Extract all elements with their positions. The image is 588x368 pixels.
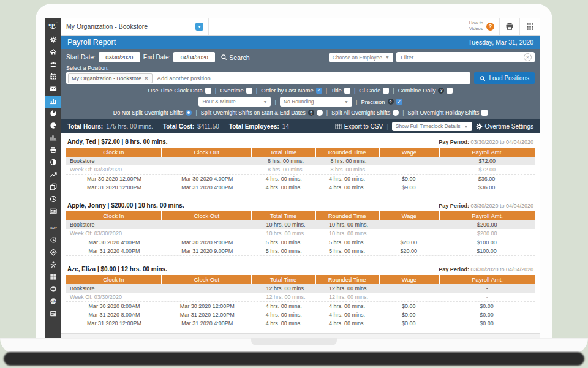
checkbox-checked[interactable]: ✓	[316, 88, 322, 94]
cell: Mar 31 2020 12:00PM	[162, 310, 252, 319]
option-split-all-overnight-shifts[interactable]: Split All Overnight Shifts	[331, 110, 399, 116]
radio-selected[interactable]	[186, 110, 192, 116]
sidebar-item-id-badge[interactable]	[45, 206, 61, 218]
cell: $200.00	[439, 220, 535, 229]
column-header: Payroll Amt.	[440, 275, 535, 284]
divider: |	[393, 87, 394, 94]
checkbox-unchecked[interactable]	[344, 88, 350, 94]
sidebar-item-pie-report-1[interactable]	[45, 108, 61, 120]
sidebar-item-windows[interactable]	[45, 271, 61, 284]
sidebar-item-trends[interactable]	[45, 169, 61, 181]
overtime-settings-button[interactable]: Overtime Settings	[476, 123, 533, 130]
option-combine-daily[interactable]: Combine Daily?	[398, 87, 453, 94]
choose-employee-select[interactable]: Choose an Employee ▼	[329, 53, 393, 62]
add-position-input[interactable]	[156, 74, 469, 82]
option-precision[interactable]: Precision?✓	[361, 99, 402, 105]
pie-chart-2-icon	[50, 121, 57, 132]
sidebar-item-timeclock[interactable]	[45, 235, 61, 247]
option-gl-code[interactable]: Gl Code	[359, 87, 389, 94]
sidebar-item-quickbooks[interactable]: qb	[45, 296, 61, 308]
filter-input[interactable]	[399, 53, 524, 61]
sidebar-item-column-report[interactable]	[45, 132, 61, 145]
help-icon[interactable]: ?	[388, 99, 394, 105]
sidebar-item-calendar[interactable]	[45, 71, 61, 83]
column-header: Rounded Time	[316, 211, 379, 220]
option-overtime[interactable]: Overtime	[220, 87, 252, 94]
organization-selector[interactable]: My Organization - Bookstore ▾	[61, 18, 209, 35]
help-icon[interactable]: ?	[308, 110, 314, 116]
option-split-overnight-holiday-shifts[interactable]: Split Overnight Holiday Shifts	[408, 110, 488, 116]
svg-text:™: ™	[56, 22, 58, 24]
start-date-input[interactable]	[99, 52, 140, 62]
select-value: Hour & Minute	[202, 99, 235, 105]
sidebar-item-circle-dash-integration[interactable]	[45, 284, 61, 296]
timeclock-details-select[interactable]: Show Full Timeclock Details ▼	[392, 122, 472, 131]
option-do-not-split-overnight-shifts[interactable]: Do Not Split Overnight Shifts	[113, 110, 192, 116]
option-order-by-last-name[interactable]: Order by Last Name✓	[261, 87, 322, 94]
sidebar-item-kiosk[interactable]	[45, 308, 61, 320]
radio-unselected[interactable]	[393, 110, 399, 116]
checkbox-unchecked[interactable]	[246, 88, 252, 94]
option-use-time-clock-data[interactable]: Use Time Clock Data	[148, 87, 211, 94]
help-icon[interactable]: ?	[486, 23, 494, 31]
cell: 10 hrs. 00 mins.	[254, 220, 317, 229]
cell	[380, 223, 439, 226]
sidebar-item-adp[interactable]: ADP	[45, 222, 61, 235]
cell: 10 hrs. 00 mins.	[317, 220, 380, 229]
how-to-videos-button[interactable]: How toVideos ?	[464, 18, 499, 35]
sidebar-item-settings[interactable]	[45, 34, 61, 47]
sidebar-item-diamond-integration[interactable]	[45, 247, 61, 259]
employee-summary: Andy, Ted | $72.00 | 8 hrs. 00 mins.	[67, 138, 168, 145]
option-title[interactable]: Title	[331, 87, 350, 94]
checkbox-unchecked[interactable]	[383, 88, 389, 94]
bar-chart-icon	[50, 96, 57, 107]
sidebar-item-person-integration[interactable]	[45, 259, 61, 271]
sidebar-item-pie-report-2[interactable]	[45, 120, 61, 132]
employee-summary: Apple, Jonny | $200.00 | 10 hrs. 00 mins…	[67, 202, 184, 209]
sidebar-item-employees[interactable]	[45, 59, 61, 71]
chevron-down-icon: ▼	[344, 100, 349, 104]
sidebar-item-messages[interactable]	[45, 83, 61, 96]
page-header: Payroll Report Tuesday, Mar 31, 2020	[61, 36, 540, 49]
radio-unselected[interactable]	[317, 110, 323, 116]
option-label: Split Overnight Holiday Shifts	[408, 110, 480, 116]
upunch-logo-icon: up ™	[48, 21, 58, 31]
clear-icon[interactable]: ✕	[524, 53, 532, 61]
chevron-down-icon[interactable]: ▾	[195, 23, 203, 31]
cell	[380, 168, 439, 171]
gear-icon	[476, 123, 483, 130]
option-split-overnight-shifts-on-start-end-dates[interactable]: Split Overnight Shifts on Start & End Da…	[201, 110, 323, 116]
position-input-wrapper: My Organization - Bookstore ✕	[66, 72, 470, 84]
checkbox-unchecked[interactable]	[205, 88, 211, 94]
cell: $0.00	[379, 302, 439, 310]
select-no-rounding[interactable]: No Rounding▼	[280, 97, 352, 107]
sidebar-item-reports[interactable]	[45, 96, 61, 108]
end-date-input[interactable]	[173, 52, 215, 62]
export-csv-button[interactable]: Export to CSV	[335, 123, 383, 130]
checkbox-unchecked[interactable]	[481, 110, 488, 116]
employee-header: Aze, Eliza | $0.00 | 12 hrs. 00 mins.Pay…	[66, 266, 535, 272]
checkbox-checked[interactable]: ✓	[396, 99, 402, 105]
load-positions-button[interactable]: Load Positions	[474, 72, 535, 84]
cell: $0.00	[379, 310, 439, 319]
sidebar-item-home[interactable]	[45, 47, 61, 59]
help-icon[interactable]: ?	[438, 88, 444, 94]
sidebar-item-contrast[interactable]	[45, 157, 61, 169]
cell: -	[439, 284, 535, 293]
remove-chip-icon[interactable]: ✕	[144, 75, 149, 81]
sidebar-item-copy-reports[interactable]	[45, 181, 61, 193]
apps-menu-button[interactable]	[519, 18, 540, 35]
diamond-icon	[50, 247, 57, 258]
cell	[165, 287, 255, 290]
checkbox-unchecked[interactable]	[447, 88, 453, 94]
select-hour-minute[interactable]: Hour & Minute▼	[198, 97, 271, 107]
print-button[interactable]	[499, 18, 519, 35]
cell: 5 hrs. 00 mins.	[315, 238, 379, 247]
cell	[165, 160, 255, 162]
payroll-row-week: Week Of: 03/30/202010 hrs. 00 mins.10 hr…	[66, 229, 535, 238]
search-button[interactable]: Search	[221, 54, 249, 61]
upunch-logo[interactable]: up ™	[45, 18, 61, 34]
sidebar-item-print[interactable]	[45, 145, 61, 157]
cell: $0.00	[439, 310, 535, 319]
sidebar-item-time[interactable]	[45, 193, 61, 206]
